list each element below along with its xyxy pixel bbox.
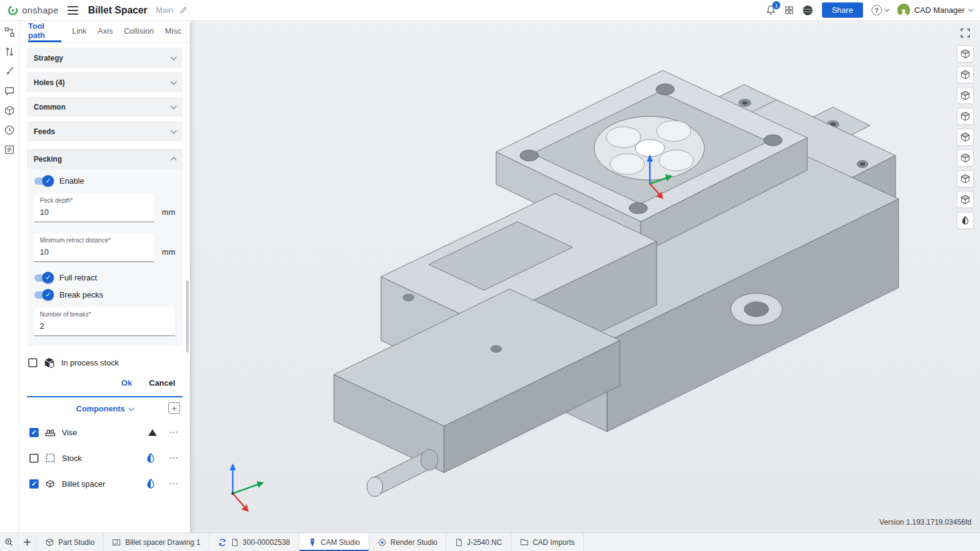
chevron-down-icon [171,78,177,84]
full-retract-toggle[interactable]: Full retract [34,273,175,282]
section-strategy[interactable]: Strategy [27,48,183,68]
appearance-brush-icon[interactable] [4,66,15,77]
view-cube-button[interactable] [957,170,974,187]
help-icon[interactable] [872,5,889,15]
linked-doc-icon [218,538,227,547]
number-of-breaks-input[interactable] [40,321,170,331]
menu-icon[interactable] [67,6,78,15]
toggle-switch-icon [34,274,52,282]
enable-toggle[interactable]: Enable [34,176,175,186]
toolpath-panel: Tool path Link Axis Collision Misc Strat… [20,21,190,533]
fixture-triangle-icon [148,429,157,436]
panel-scrollbar[interactable] [186,280,189,353]
stock-icon [45,452,56,463]
section-pecking[interactable]: Pecking [27,149,183,169]
pecking-section: Pecking Enable Peck depth* mm [27,149,183,346]
stock-checkbox[interactable] [29,454,39,463]
tab-misc[interactable]: Misc [165,21,181,42]
learning-center-icon[interactable] [802,5,813,16]
onshape-logo-icon [7,5,18,16]
vise-icon [45,427,56,438]
components-header[interactable]: Components [27,397,183,419]
component-row-vise[interactable]: Vise [27,419,183,445]
peck-depth-field[interactable]: Peck depth* [34,193,154,222]
dialog-actions: Ok Cancel [27,369,183,397]
in-process-stock-row[interactable]: In process stock [28,357,181,369]
toggle-switch-icon [34,178,52,185]
view-cube-button[interactable] [957,87,974,104]
break-pecks-toggle[interactable]: Break pecks [34,290,175,299]
tab-linked-document[interactable]: 300-00002538 [209,533,299,551]
tab-link[interactable]: Link [72,21,87,42]
component-row-billet-spacer[interactable]: Billet spacer [27,471,183,497]
chevron-down-icon [171,103,177,109]
billet-spacer-checkbox[interactable] [29,479,39,489]
toggle-switch-icon [34,291,52,299]
apps-grid-icon[interactable] [785,6,794,15]
part-icon [45,478,56,489]
notifications-bell-icon[interactable]: 1 [766,5,776,15]
section-holes[interactable]: Holes (4) [27,72,183,92]
onshape-logo[interactable]: onshape [7,5,59,16]
section-feeds[interactable]: Feeds [27,121,183,141]
tab-drawing[interactable]: Billet spacer Drawing 1 [104,533,209,551]
rename-pencil-icon[interactable] [179,6,187,14]
number-of-breaks-field[interactable]: Number of breaks* [34,307,175,336]
view-cube-button[interactable] [957,191,974,208]
row-menu-icon[interactable] [168,452,180,463]
tab-part-studio[interactable]: Part Studio [37,533,104,551]
document-icon [231,538,238,547]
comment-icon[interactable] [4,86,15,96]
min-retract-field[interactable]: Minimum retract distance* [34,233,154,262]
translucency-droplet-icon[interactable] [146,452,156,463]
share-button[interactable]: Share [822,2,863,18]
notes-list-icon[interactable] [4,144,15,155]
view-cube-button[interactable] [957,149,974,167]
row-menu-icon[interactable] [168,478,180,489]
search-tabs-button[interactable] [0,533,18,551]
add-tab-button[interactable] [18,533,37,551]
view-cube-button[interactable] [957,45,974,62]
peck-depth-input[interactable] [40,208,149,217]
part-studio-icon [45,538,54,547]
3d-viewport[interactable]: Version 1.193.1719.03456fd [190,21,980,533]
add-component-button[interactable] [168,402,180,414]
view-cube-button[interactable] [957,108,974,125]
tab-cam-studio[interactable]: CAM Studio [300,533,369,551]
tab-render-studio[interactable]: Render Studio [369,533,447,551]
history-clock-icon[interactable] [4,125,15,135]
view-cube-button[interactable] [957,129,974,146]
tab-collision[interactable]: Collision [124,21,154,42]
min-retract-input[interactable] [40,247,149,257]
fullscreen-icon[interactable] [960,28,970,38]
section-common[interactable]: Common [27,97,183,117]
version-label: Version 1.193.1719.03456fd [880,518,971,527]
help-question-icon [872,5,882,15]
tab-cad-imports[interactable]: CAD Imports [511,533,584,551]
top-bar: onshape Billet Spacer Main 1 Share CAD M… [0,0,980,21]
folder-icon [520,538,529,546]
ok-button[interactable]: Ok [121,378,132,388]
in-process-stock-checkbox[interactable] [28,358,37,367]
operations-tree-icon[interactable] [4,27,15,37]
section-view-button[interactable] [957,212,974,229]
vise-checkbox[interactable] [29,428,39,437]
row-menu-icon[interactable] [168,427,180,438]
translucency-droplet-icon[interactable] [146,478,156,489]
component-row-stock[interactable]: Stock [27,445,183,471]
document-title: Billet Spacer [88,5,148,16]
tab-tool-path[interactable]: Tool path [28,21,61,42]
exploded-view-icon[interactable] [4,105,15,116]
tab-nc-file[interactable]: J-2540.NC [447,533,511,551]
user-menu[interactable]: CAD Manager [897,4,973,17]
avatar [897,4,910,17]
panel-tab-bar: Tool path Link Axis Collision Misc [20,21,190,43]
transform-arrows-icon[interactable] [4,47,15,57]
tab-axis[interactable]: Axis [98,21,113,42]
left-tool-strip [0,21,20,533]
chevron-down-icon [128,405,134,411]
view-cube-button[interactable] [957,66,974,83]
view-controls [957,45,974,229]
origin-triad-icon [230,463,264,512]
cancel-button[interactable]: Cancel [149,378,175,388]
